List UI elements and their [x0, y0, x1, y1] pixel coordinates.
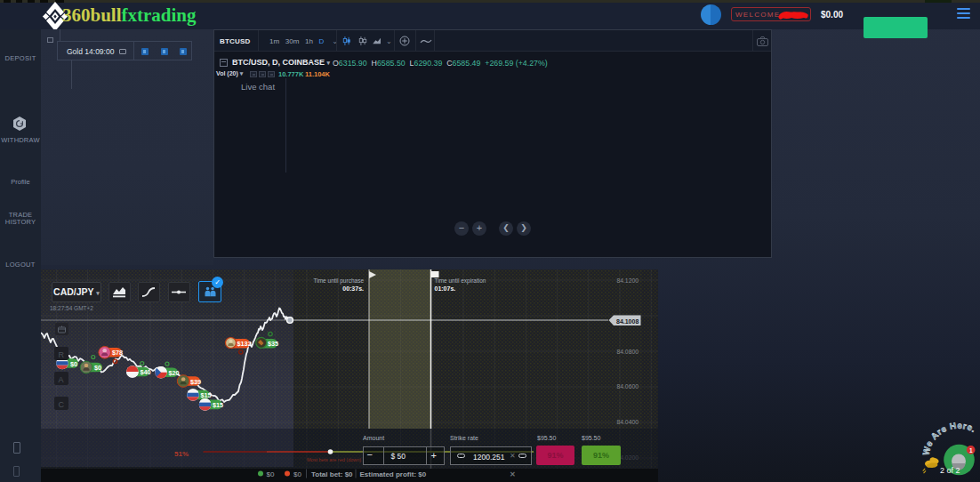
svg-text:84.0600: 84.0600: [616, 383, 639, 390]
svg-text:C: C: [59, 400, 65, 409]
svg-text:84.0800: 84.0800: [616, 349, 639, 355]
svg-text:Total bet: $0: Total bet: $0: [311, 470, 353, 478]
svg-text:$39: $39: [190, 378, 201, 386]
svg-text:$0: $0: [293, 470, 301, 478]
svg-text:$40: $40: [141, 368, 151, 376]
svg-text:84.1200: 84.1200: [616, 277, 639, 284]
svg-text:$0: $0: [94, 364, 101, 372]
svg-text:$0: $0: [267, 470, 275, 478]
svg-text:Most bets are red (down): Most bets are red (down): [307, 457, 361, 462]
svg-text:00:37s.: 00:37s.: [342, 285, 364, 292]
svg-text:$132: $132: [237, 340, 252, 348]
svg-text:R: R: [59, 350, 65, 359]
svg-text:$15: $15: [213, 401, 223, 409]
svg-text:✕: ✕: [510, 470, 516, 478]
svg-text:Estimated profit: $0: Estimated profit: $0: [360, 470, 427, 478]
svg-text:$20: $20: [169, 369, 180, 377]
svg-text:Time until purchase: Time until purchase: [314, 277, 365, 285]
svg-text:2 of 2: 2 of 2: [940, 466, 960, 475]
svg-text:1: 1: [969, 447, 973, 454]
svg-text:$35: $35: [268, 340, 278, 348]
svg-text:$15: $15: [201, 391, 212, 399]
svg-text:A: A: [59, 375, 64, 384]
svg-text:$0: $0: [70, 360, 77, 368]
svg-text:$78: $78: [112, 349, 123, 357]
svg-text:84.0400: 84.0400: [616, 419, 639, 425]
svg-text:84.1008: 84.1008: [616, 318, 639, 325]
svg-text:01:07s.: 01:07s.: [435, 285, 456, 292]
svg-text:51%: 51%: [174, 450, 189, 458]
svg-text:Time until expiration: Time until expiration: [435, 277, 486, 285]
